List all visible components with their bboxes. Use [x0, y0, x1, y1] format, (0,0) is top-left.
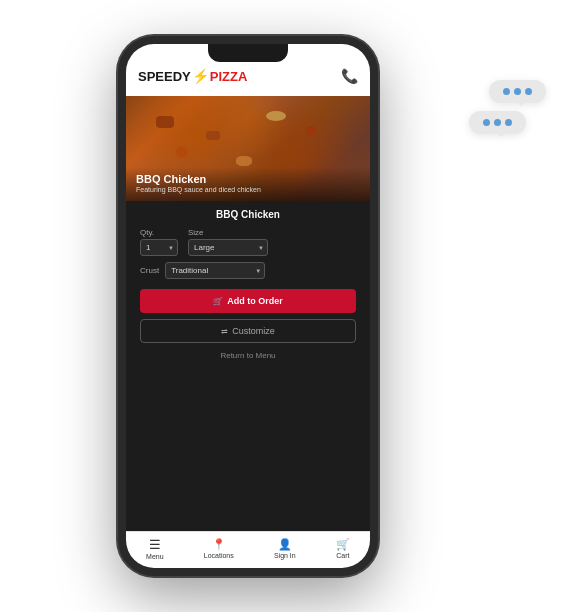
pizza-hero-image: BBQ Chicken Featuring BBQ sauce and dice… [126, 96, 370, 201]
sliders-icon: ⇌ [221, 327, 228, 336]
logo-pizza-text: PIZZA [210, 69, 248, 84]
nav-item-signin[interactable]: 👤 Sign In [274, 539, 296, 559]
nav-label-locations: Locations [204, 552, 234, 559]
cart-add-icon: 🛒 [213, 297, 223, 306]
qty-field-group: Qty. 1 ▼ [140, 228, 178, 256]
order-form: BBQ Chicken Qty. 1 ▼ Size Large [126, 201, 370, 531]
dot-1 [503, 88, 510, 95]
qty-size-row: Qty. 1 ▼ Size Large ▼ [140, 228, 356, 256]
add-to-order-label: Add to Order [227, 296, 283, 306]
nav-item-cart[interactable]: 🛒 Cart [336, 539, 350, 559]
pizza-title: BBQ Chicken [136, 173, 360, 185]
add-to-order-button[interactable]: 🛒 Add to Order [140, 289, 356, 313]
dot-5 [494, 119, 501, 126]
dot-6 [505, 119, 512, 126]
phone-mockup: SPEEDY⚡PIZZA 📞 BBQ Chicken Featuring BBQ… [118, 36, 378, 576]
chat-bubble-1 [489, 80, 546, 103]
crust-row: Crust Traditional ▼ [140, 262, 356, 279]
user-icon: 👤 [278, 539, 292, 550]
nav-item-locations[interactable]: 📍 Locations [204, 539, 234, 559]
phone-screen: SPEEDY⚡PIZZA 📞 BBQ Chicken Featuring BBQ… [126, 44, 370, 568]
size-field-group: Size Large ▼ [188, 228, 268, 256]
bottom-nav: ☰ Menu 📍 Locations 👤 Sign In 🛒 Cart [126, 531, 370, 568]
logo-bolt-icon: ⚡ [192, 68, 209, 84]
pizza-subtitle: Featuring BBQ sauce and diced chicken [136, 186, 360, 193]
dot-4 [483, 119, 490, 126]
dot-2 [514, 88, 521, 95]
logo: SPEEDY⚡PIZZA [138, 67, 247, 85]
form-title: BBQ Chicken [140, 209, 356, 220]
crust-select[interactable]: Traditional [165, 262, 265, 279]
chat-bubbles-container [469, 80, 546, 142]
crust-label: Crust [140, 266, 159, 275]
chat-bubble-2 [469, 111, 526, 134]
nav-label-menu: Menu [146, 553, 164, 560]
size-select[interactable]: Large [188, 239, 268, 256]
crust-select-wrapper[interactable]: Traditional ▼ [165, 262, 265, 279]
phone-notch [208, 44, 288, 62]
pizza-overlay: BBQ Chicken Featuring BBQ sauce and dice… [126, 167, 370, 201]
qty-select[interactable]: 1 [140, 239, 178, 256]
customize-button[interactable]: ⇌ Customize [140, 319, 356, 343]
return-to-menu-link[interactable]: Return to Menu [140, 351, 356, 360]
logo-speedy-text: SPEEDY [138, 69, 191, 84]
size-select-wrapper[interactable]: Large ▼ [188, 239, 268, 256]
phone-shell: SPEEDY⚡PIZZA 📞 BBQ Chicken Featuring BBQ… [118, 36, 378, 576]
size-label: Size [188, 228, 268, 237]
cart-icon: 🛒 [336, 539, 350, 550]
phone-call-icon[interactable]: 📞 [341, 68, 358, 84]
qty-select-wrapper[interactable]: 1 ▼ [140, 239, 178, 256]
nav-item-menu[interactable]: ☰ Menu [146, 538, 164, 560]
customize-label: Customize [232, 326, 275, 336]
nav-label-cart: Cart [336, 552, 349, 559]
location-pin-icon: 📍 [212, 539, 226, 550]
nav-label-signin: Sign In [274, 552, 296, 559]
menu-icon: ☰ [149, 538, 161, 551]
qty-label: Qty. [140, 228, 178, 237]
dot-3 [525, 88, 532, 95]
